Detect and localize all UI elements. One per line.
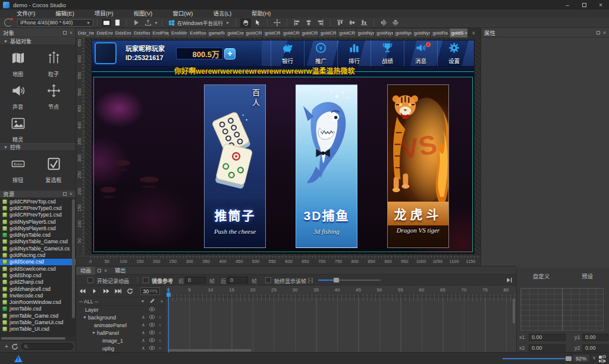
panel-float-icon[interactable] bbox=[63, 31, 67, 34]
timeline-zoom-fit-icon[interactable]: [-] bbox=[308, 277, 313, 283]
timeline-layer-hallPanel[interactable]: ▼hallPanel∧○ bbox=[76, 329, 167, 337]
section-collapse-icon[interactable]: ▼ bbox=[4, 145, 8, 149]
align-center-h-icon[interactable] bbox=[303, 18, 314, 27]
document-tab-goldCRP[interactable]: goldCRP bbox=[319, 29, 337, 37]
mirror-reference-checkbox[interactable] bbox=[143, 277, 149, 283]
resource-file-row[interactable]: goldCRPrevType0.csd bbox=[0, 205, 76, 211]
timeline-layer-Image_1[interactable]: Image_1∧○ bbox=[76, 337, 167, 344]
document-tab-goldNys[interactable]: goldNys bbox=[356, 29, 375, 37]
expand-icon[interactable]: ▼ bbox=[82, 315, 87, 319]
tab-preset[interactable]: 预设 bbox=[582, 272, 593, 280]
timeline-layer-animatePanel[interactable]: animatePanel∧○ bbox=[76, 321, 167, 329]
add-money-button[interactable]: + bbox=[224, 48, 236, 59]
player-avatar[interactable] bbox=[95, 42, 117, 64]
add-animation-icon[interactable]: + bbox=[157, 299, 167, 305]
document-tab-ExitRoo[interactable]: ExitRoo bbox=[188, 29, 206, 37]
resource-file-row[interactable]: goldNysPlayer8.csd bbox=[0, 225, 76, 231]
document-tab-goldNys[interactable]: goldNys bbox=[394, 29, 412, 37]
fps-input[interactable]: 30 FPS bbox=[140, 287, 160, 295]
resource-file-row[interactable]: goldScwelcome.csd bbox=[0, 265, 76, 272]
panel-close-icon[interactable]: × bbox=[70, 192, 73, 196]
resource-file-row[interactable]: goldNysPlayer5.csd bbox=[0, 218, 76, 225]
flip-h-icon[interactable] bbox=[378, 18, 389, 27]
resource-file-row[interactable]: goldScene.csd bbox=[0, 259, 76, 265]
expand-icon[interactable]: ▼ bbox=[91, 331, 96, 335]
record-animation-checkbox[interactable] bbox=[87, 277, 93, 283]
lock-circle-icon[interactable]: ○ bbox=[156, 315, 164, 320]
menu-item-1[interactable]: 编辑(E) bbox=[49, 10, 80, 18]
portrait-orientation-button[interactable] bbox=[112, 19, 122, 27]
palette-item-particle[interactable]: 粒子 bbox=[36, 51, 71, 78]
panel-float-icon[interactable] bbox=[63, 192, 67, 196]
play-button[interactable] bbox=[131, 18, 142, 27]
document-tab-goldCRP[interactable]: goldCRP bbox=[281, 29, 300, 37]
palette-item-map[interactable]: 地图 bbox=[0, 51, 36, 78]
resource-search-input[interactable] bbox=[21, 343, 73, 350]
section-header-0[interactable]: ▼基础对象 bbox=[0, 37, 76, 45]
caret-up-icon[interactable]: ∧ bbox=[139, 322, 147, 328]
document-tab-goldCre[interactable]: goldCre bbox=[225, 29, 244, 37]
maximize-button[interactable] bbox=[576, 0, 592, 10]
tab-overflow-chevron-icon[interactable]: ∨ bbox=[472, 29, 475, 37]
palette-item-button[interactable]: Button按钮 bbox=[0, 156, 36, 184]
game-scene[interactable]: 玩家昵称玩家 ID:25321617 800.5万 + 银行¥推广排行战绩消息设… bbox=[92, 40, 474, 253]
panel-close-icon[interactable]: × bbox=[603, 31, 606, 34]
resource-file-row[interactable]: JoinRoomWindow.csd bbox=[0, 299, 76, 305]
add-resource-button[interactable]: + bbox=[2, 343, 11, 350]
scene-nav-chart[interactable]: 排行 bbox=[337, 40, 371, 67]
y2-input[interactable]: 0.00 bbox=[582, 344, 608, 352]
caret-up-icon[interactable]: ∧ bbox=[139, 315, 147, 320]
close-button[interactable]: × bbox=[592, 0, 609, 10]
timeline-layer-upbg[interactable]: upbg∧○ bbox=[76, 344, 167, 352]
scene-nav-trophy[interactable]: 战绩 bbox=[371, 40, 404, 67]
document-tab-EndPlay[interactable]: EndPlay bbox=[151, 29, 169, 37]
always-show-frame-checkbox[interactable] bbox=[265, 277, 271, 283]
visibility-eye-icon[interactable] bbox=[147, 315, 156, 321]
document-tab-goldNys[interactable]: goldNys bbox=[375, 29, 393, 37]
align-top-icon[interactable] bbox=[335, 18, 346, 27]
resource-file-row[interactable]: jxnnTable_Game.csd bbox=[0, 312, 76, 319]
visibility-eye-icon[interactable] bbox=[147, 307, 156, 313]
resource-file-row[interactable]: goldZhanji.csd bbox=[0, 279, 76, 285]
move-tool-icon[interactable] bbox=[272, 18, 282, 27]
panel-close-icon[interactable]: × bbox=[104, 269, 107, 272]
panel-float-icon[interactable] bbox=[98, 269, 101, 272]
palette-item-node[interactable]: 节点 bbox=[36, 83, 71, 111]
keyframe-area[interactable] bbox=[167, 297, 516, 353]
visibility-eye-icon[interactable] bbox=[147, 330, 156, 336]
resources-vertical-scrollbar[interactable] bbox=[72, 199, 75, 318]
align-center-v-icon[interactable] bbox=[347, 18, 357, 27]
skip-end-icon[interactable] bbox=[112, 287, 124, 296]
document-tab-goldRa[interactable]: goldRa bbox=[431, 29, 449, 37]
cocos-notification-icon[interactable] bbox=[4, 18, 12, 27]
canvas-viewport[interactable]: 玩家昵称玩家 ID:25321617 800.5万 + 银行¥推广排行战绩消息设… bbox=[84, 37, 481, 256]
document-tab-DdzEndI[interactable]: DdzEndI bbox=[95, 29, 113, 37]
resource-file-row[interactable]: jxnnTable.csd bbox=[0, 306, 76, 312]
resource-file-row[interactable]: goldNysTable_Game.csd bbox=[0, 239, 76, 245]
warning-icon[interactable] bbox=[14, 355, 23, 362]
timeline-expand-icon[interactable] bbox=[506, 277, 514, 284]
close-tab-icon[interactable]: × bbox=[464, 29, 467, 37]
edit-animation-icon[interactable] bbox=[147, 298, 157, 305]
resource-file-row[interactable]: goldzhanjicell.csd bbox=[0, 285, 76, 292]
visibility-eye-icon[interactable] bbox=[147, 338, 156, 344]
skip-start-icon[interactable] bbox=[76, 287, 88, 296]
scene-nav-horn[interactable]: 消息 bbox=[404, 40, 437, 67]
visibility-eye-icon[interactable] bbox=[147, 322, 156, 328]
align-bottom-icon[interactable] bbox=[359, 18, 369, 27]
palette-item-sprite[interactable]: 精灵 bbox=[0, 116, 36, 143]
resource-file-row[interactable]: goldNysTable.csd bbox=[0, 231, 76, 238]
document-tab-goldCRP[interactable]: goldCRP bbox=[244, 29, 263, 37]
device-resolution-select[interactable]: iPhone 4/4S(960 * 640) ▼ bbox=[17, 19, 93, 27]
resources-horizontal-scrollbar[interactable] bbox=[0, 337, 76, 340]
select-tool-icon[interactable] bbox=[252, 18, 263, 27]
animation-filter-select[interactable]: -- ALL -- bbox=[76, 299, 138, 305]
play-icon[interactable] bbox=[88, 287, 100, 296]
panel-float-icon[interactable] bbox=[597, 31, 600, 34]
tab-animation[interactable]: 动画 bbox=[76, 266, 95, 275]
panel-close-icon[interactable]: × bbox=[70, 31, 73, 34]
document-tab-gameRu[interactable]: gameRu bbox=[207, 29, 225, 37]
align-right-icon[interactable] bbox=[315, 18, 326, 27]
lock-circle-icon[interactable]: ○ bbox=[156, 338, 164, 343]
caret-up-icon[interactable]: ∧ bbox=[139, 330, 147, 335]
